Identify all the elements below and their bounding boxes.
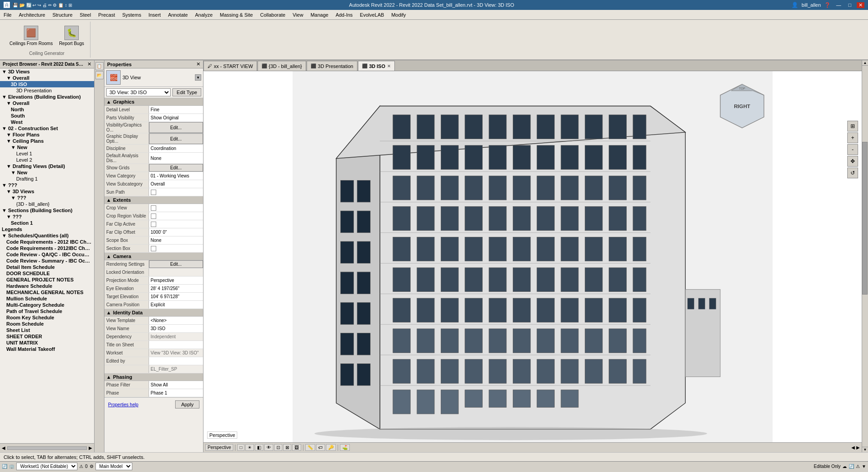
pb-item-6[interactable]: North bbox=[0, 106, 94, 113]
prop-value-cell[interactable]: Edit... bbox=[149, 164, 203, 172]
pb-item-22[interactable]: ▼ Sections (Building Section) bbox=[0, 207, 94, 213]
prop-edit-button[interactable]: Edit... bbox=[149, 133, 203, 144]
pb-item-7[interactable]: South bbox=[0, 113, 94, 119]
prop-checkbox[interactable] bbox=[151, 205, 156, 211]
pb-item-28[interactable]: Code Requirements - 2012IBC Chapter bbox=[0, 245, 94, 251]
properties-help-link[interactable]: Properties help bbox=[106, 400, 140, 409]
pb-item-20[interactable]: ▼ ??? bbox=[0, 195, 94, 201]
pb-item-25[interactable]: Legends bbox=[0, 226, 94, 232]
pb-item-30[interactable]: Code Review - Summary - IBC Occupar bbox=[0, 258, 94, 264]
prop-view-dropdown[interactable]: 3D View: 3D ISO bbox=[106, 88, 171, 96]
sidebar-tool-2[interactable]: 📂 bbox=[95, 71, 104, 79]
report-bugs-button[interactable]: 🐛 Report Bugs bbox=[57, 23, 86, 48]
workset-warning-icon[interactable]: ⚠ bbox=[856, 464, 860, 469]
vt-show-hide-button[interactable]: 👁 bbox=[264, 444, 273, 451]
pb-item-16[interactable]: ▼ New bbox=[0, 169, 94, 176]
workset-filter-icon[interactable]: ▼ bbox=[862, 464, 866, 469]
menu-item-view[interactable]: View bbox=[289, 11, 307, 18]
maximize-button[interactable]: □ bbox=[846, 2, 853, 8]
prop-section-graphics[interactable]: ▲Graphics bbox=[104, 98, 203, 106]
pb-item-23[interactable]: ▼ ??? bbox=[0, 213, 94, 220]
menu-item-massing---site[interactable]: Massing & Site bbox=[216, 11, 256, 18]
edit-type-button[interactable]: Edit Type bbox=[172, 88, 201, 96]
pb-item-33[interactable]: GENERAL PROJECT NOTES bbox=[0, 277, 94, 283]
prop-section-phasing[interactable]: ▲Phasing bbox=[104, 373, 203, 381]
menu-item-steel[interactable]: Steel bbox=[76, 11, 95, 18]
vt-scroll-indicator[interactable]: ◀ ▶ bbox=[851, 445, 860, 450]
workset-sync-icon[interactable]: 🔄 bbox=[849, 464, 854, 469]
vt-keynote-button[interactable]: 🔑 bbox=[326, 444, 336, 451]
pb-item-12[interactable]: ▼ New bbox=[0, 144, 94, 150]
prop-section-extents[interactable]: ▲Extents bbox=[104, 196, 203, 204]
scroll-up-button[interactable]: ▲ bbox=[862, 60, 868, 66]
pb-item-31[interactable]: Detail Item Schedule bbox=[0, 264, 94, 270]
close-button[interactable]: ✕ bbox=[857, 2, 864, 8]
prop-checkbox[interactable] bbox=[151, 213, 156, 219]
pb-item-24[interactable]: Section 1 bbox=[0, 220, 94, 226]
workset-settings-icon[interactable]: ⚙ bbox=[90, 464, 94, 469]
model-selector[interactable]: Main Model bbox=[95, 463, 132, 470]
sync-icon[interactable]: 🔄 bbox=[2, 464, 7, 469]
right-scrollbar[interactable]: ▲ ▼ bbox=[862, 60, 868, 452]
pb-item-39[interactable]: Room Key Schedule bbox=[0, 314, 94, 321]
pb-item-10[interactable]: ▼ Floor Plans bbox=[0, 132, 94, 138]
menu-item-add-ins[interactable]: Add-Ins bbox=[332, 11, 356, 18]
3d-viewport[interactable]: RIGHT TOP ⊞ + - ✥ ↺ Perspective bbox=[203, 71, 862, 442]
workset-selector[interactable]: Workset1 (Not Editable) bbox=[16, 463, 77, 470]
pb-item-38[interactable]: Path of Travel Schedule bbox=[0, 308, 94, 314]
vt-render-button[interactable]: 🖼 bbox=[292, 444, 301, 451]
window-controls[interactable]: 👤 bill_allen ❓ — □ ✕ bbox=[791, 2, 864, 8]
pb-item-5[interactable]: ▼ Overall bbox=[0, 100, 94, 106]
zoom-out-button[interactable]: - bbox=[847, 144, 858, 155]
pb-item-44[interactable]: Wall Material Takeoff bbox=[0, 346, 94, 352]
pb-item-17[interactable]: Drafting 1 bbox=[0, 176, 94, 182]
vt-crop-button[interactable]: ⊡ bbox=[274, 444, 282, 451]
pb-item-34[interactable]: Hardware Schedule bbox=[0, 283, 94, 289]
pb-item-15[interactable]: ▼ Drafting Views (Detail) bbox=[0, 163, 94, 169]
pb-item-4[interactable]: ▼ Elevations (Building Elevation) bbox=[0, 94, 94, 100]
menu-item-analyze[interactable]: Analyze bbox=[191, 11, 216, 18]
pb-item-0[interactable]: ▼ 3D Views bbox=[0, 68, 94, 75]
pb-item-37[interactable]: Multi-Category Schedule bbox=[0, 302, 94, 308]
menu-item-insert[interactable]: Insert bbox=[145, 11, 165, 18]
menu-item-manage[interactable]: Manage bbox=[307, 11, 332, 18]
pb-item-11[interactable]: ▼ Ceiling Plans bbox=[0, 138, 94, 144]
pb-item-41[interactable]: Sheet List bbox=[0, 327, 94, 333]
menu-item-annotate[interactable]: Annotate bbox=[164, 11, 191, 18]
menu-item-evolvelab[interactable]: EvolveLAB bbox=[356, 11, 388, 18]
prop-checkbox[interactable] bbox=[151, 246, 156, 251]
vt-sun-path-button[interactable]: ☀ bbox=[245, 444, 254, 451]
pb-item-19[interactable]: ▼ 3D Views bbox=[0, 188, 94, 195]
menu-item-modify[interactable]: Modify bbox=[388, 11, 409, 18]
minimize-button[interactable]: — bbox=[834, 2, 843, 8]
zoom-all-button[interactable]: ⊞ bbox=[847, 121, 858, 132]
menu-item-structure[interactable]: Structure bbox=[49, 11, 76, 18]
pan-button[interactable]: ✥ bbox=[847, 156, 858, 167]
zoom-in-button[interactable]: + bbox=[847, 132, 858, 143]
prop-value-cell[interactable]: Edit... bbox=[149, 133, 203, 144]
apply-button[interactable]: Apply bbox=[175, 400, 199, 408]
pb-scrollbar[interactable] bbox=[7, 446, 87, 450]
prop-checkbox[interactable] bbox=[151, 190, 156, 195]
prop-edit-button[interactable]: Edit... bbox=[149, 122, 203, 133]
sidebar-tool-1[interactable]: 📋 bbox=[95, 62, 104, 70]
orbit-button[interactable]: ↺ bbox=[847, 168, 858, 178]
prop-value-cell[interactable]: Edit... bbox=[149, 122, 203, 133]
pb-item-27[interactable]: Code Requirements - 2012 IBC Chapter bbox=[0, 239, 94, 245]
prop-value-cell[interactable] bbox=[149, 188, 203, 196]
prop-value-cell[interactable] bbox=[149, 245, 203, 252]
vt-shadows-button[interactable]: ◧ bbox=[255, 444, 263, 451]
scroll-thumb[interactable] bbox=[862, 142, 868, 294]
pb-item-21[interactable]: {3D - bill_allen} bbox=[0, 201, 94, 207]
properties-close-button[interactable]: ✕ bbox=[196, 61, 200, 67]
pb-item-3[interactable]: 3D Presentation bbox=[0, 87, 94, 94]
ceilings-from-rooms-button[interactable]: 🟫 Ceilings From Rooms bbox=[7, 23, 55, 48]
pb-item-1[interactable]: ▼ Overall bbox=[0, 75, 94, 81]
pb-scroll-right[interactable]: ▶ bbox=[89, 445, 92, 450]
pb-item-40[interactable]: Room Schedule bbox=[0, 321, 94, 327]
pb-item-26[interactable]: ▼ Schedules/Quantities (all) bbox=[0, 232, 94, 239]
tab-3d-iso[interactable]: ⬛3D ISO✕ bbox=[358, 61, 395, 71]
prop-type-dropdown[interactable]: ▼ bbox=[195, 74, 201, 81]
pb-item-14[interactable]: Level 2 bbox=[0, 157, 94, 163]
menu-item-file[interactable]: File bbox=[0, 11, 15, 18]
